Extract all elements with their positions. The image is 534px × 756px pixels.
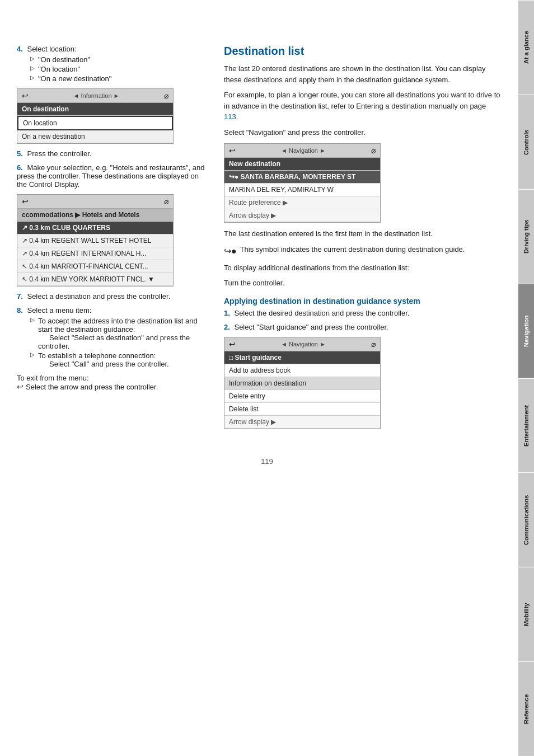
bullet-on-new-destination: "On a new destination": [30, 74, 207, 83]
screen-information-header: ↩ ◄ Information ► ⌀: [17, 89, 173, 103]
screen-row-regent-wall: ↗ 0.4 km REGENT WALL STREET HOTEL: [17, 234, 173, 247]
step-7-number: 7.: [17, 292, 23, 300]
screen-nav-route-pref: Route preference ▶: [224, 196, 380, 209]
screen-guidance-delete-entry: Delete entry: [224, 390, 380, 403]
screen-information-nav: ◄ Information ►: [73, 92, 120, 99]
screen-breadcrumb: ccommodations ▶ Hotels and Motels: [17, 209, 173, 222]
screen-row-marriott-financial: ↖ 0.4 km MARRIOTT-FINANCIAL CENT...: [17, 260, 173, 273]
screen-row-regent-intl: ↗ 0.4 km REGENT INTERNATIONAL H...: [17, 247, 173, 260]
para-2-end: .: [236, 112, 238, 121]
step-7-text: Select a destination and press the contr…: [27, 292, 170, 300]
sub-step-2-number: 2.: [224, 323, 230, 331]
screen-guidance-arrow-display: Arrow display ▶: [224, 416, 380, 429]
step-8-bullet-1-sub: Select "Select as destination" and press…: [38, 334, 190, 350]
guidance-back-icon: ↩: [229, 340, 236, 349]
settings-2-icon: ⌀: [164, 197, 168, 206]
step-8-bullet-2-sub: Select "Call" and press the controller.: [49, 360, 169, 368]
subsection-applying-destination: Applying destination in destination guid…: [224, 297, 502, 306]
sub-step-1-number: 1.: [224, 309, 230, 317]
exit-text-block: To exit from the menu: ↩ Select the arro…: [17, 374, 207, 391]
exit-action: Select the arrow and press the controlle…: [26, 383, 158, 391]
step-8-number: 8.: [17, 306, 23, 314]
page-number: 119: [0, 457, 534, 466]
symbol-note: ↪● This symbol indicates the current des…: [224, 244, 502, 258]
screen-nav-header: ↩ ◄ Navigation ► ⌀: [224, 144, 380, 158]
step-8: 8. Select a menu item: To accept the add…: [17, 306, 207, 368]
main-content: 4. Select location: "On destination" "On…: [0, 34, 518, 446]
section-title-destination-list: Destination list: [224, 45, 502, 58]
sidebar-tab-entertainment[interactable]: Entertainment: [518, 378, 534, 473]
step-6-number: 6.: [17, 163, 23, 172]
para-3: Select "Navigation" and press the contro…: [224, 127, 502, 138]
sidebar-tab-reference[interactable]: Reference: [518, 661, 534, 756]
exit-text: To exit from the menu:: [17, 374, 89, 382]
para-4: The last destination entered is the firs…: [224, 228, 502, 240]
bullet-on-destination: "On destination": [30, 55, 207, 64]
para-5-action: Turn the controller.: [224, 278, 502, 289]
left-column: 4. Select location: "On destination" "On…: [17, 45, 207, 435]
step-6-text: Make your selection, e.g. "Hotels and re…: [17, 163, 205, 189]
screen-nav-new-destination: New destination: [224, 158, 380, 171]
step-5-text: Press the controller.: [27, 149, 91, 158]
step-8-bullet-2: To establish a telephone connection: Sel…: [30, 351, 207, 368]
step-4-number: 4.: [17, 45, 23, 53]
guidance-settings-icon: ⌀: [371, 340, 376, 349]
para-5: To display additional destinations from …: [224, 262, 502, 274]
screen-navigation: ↩ ◄ Navigation ► ⌀ New destination ↪● SA…: [224, 143, 381, 223]
screen-row-on-destination: On destination: [17, 103, 173, 116]
screen-information: ↩ ◄ Information ► ⌀ On destination On lo…: [17, 88, 174, 144]
nav-settings-icon: ⌀: [371, 146, 376, 155]
screen-nav-arrow-display: Arrow display ▶: [224, 209, 380, 222]
screen-hotels: ↩ ⌀ ccommodations ▶ Hotels and Motels ↗ …: [17, 194, 174, 287]
sidebar-tab-navigation[interactable]: Navigation: [518, 284, 534, 378]
screen-nav-marina-del-rey: MARINA DEL REY, ADMIRALTY W: [224, 184, 380, 196]
para-2: For example, to plan a longer route, you…: [224, 90, 502, 123]
sidebar-tab-mobility[interactable]: Mobility: [518, 567, 534, 661]
step-5-number: 5.: [17, 149, 23, 158]
screen-guidance-delete-list: Delete list: [224, 403, 380, 416]
step-4-bullets: "On destination" "On location" "On a new…: [30, 55, 207, 83]
right-column: Destination list The last 20 entered des…: [224, 45, 502, 435]
screen-guidance-add-address: Add to address book: [224, 364, 380, 377]
screen-guidance-header: ↩ ◄ Navigation ► ⌀: [224, 337, 380, 351]
sidebar-tab-controls[interactable]: Controls: [518, 95, 534, 189]
step-5: 5. Press the controller.: [17, 149, 207, 158]
sidebar-tab-communications[interactable]: Communications: [518, 472, 534, 567]
settings-icon: ⌀: [164, 91, 168, 100]
back-arrow-2-icon: ↩: [22, 197, 29, 206]
screen-nav-label: ◄ Navigation ►: [281, 147, 326, 154]
step-8-bullet-1: To accept the address into the destinati…: [30, 317, 207, 350]
screen-row-on-new-destination: On a new destination: [17, 130, 173, 143]
step-4-text: Select location:: [27, 45, 76, 53]
step-8-bullets: To accept the address into the destinati…: [30, 317, 207, 368]
destination-symbol-icon: ↪●: [224, 245, 237, 258]
screen-row-on-location: On location: [17, 116, 173, 130]
screen-guidance-label: ◄ Navigation ►: [281, 341, 326, 348]
screen-guidance-info: Information on destination: [224, 377, 380, 390]
sub-step-2-text: Select "Start guidance" and press the co…: [234, 323, 388, 331]
step-4: 4. Select location: "On destination" "On…: [17, 45, 207, 83]
screen-row-marriott-fncl: ↖ 0.4 km NEW YORK MARRIOTT FNCL. ▼: [17, 273, 173, 286]
sidebar-tab-at-a-glance[interactable]: At a glance: [518, 0, 534, 95]
sub-step-1-text: Select the desired destination and press…: [234, 309, 409, 317]
para-2-text: For example, to plan a longer route, you…: [224, 91, 500, 110]
bullet-on-location: "On location": [30, 65, 207, 73]
screen-row-club-quarters: ↗ 0.3 km CLUB QUARTERS: [17, 222, 173, 234]
screen-nav-santa-barbara: ↪● SANTA BARBARA, MONTERREY ST: [224, 171, 380, 184]
nav-back-icon: ↩: [229, 146, 236, 155]
sub-step-2: 2. Select "Start guidance" and press the…: [224, 323, 502, 331]
sidebar: At a glance Controls Driving tips Naviga…: [518, 0, 534, 756]
exit-back-icon: ↩: [17, 382, 24, 391]
back-arrow-icon: ↩: [22, 91, 29, 100]
page-link-113[interactable]: 113: [224, 112, 236, 121]
sidebar-tab-driving-tips[interactable]: Driving tips: [518, 189, 534, 284]
step-7: 7. Select a destination and press the co…: [17, 292, 207, 300]
para-1: The last 20 entered destinations are sho…: [224, 63, 502, 85]
symbol-note-text: This symbol indicates the current destin…: [240, 244, 465, 255]
step-8-text: Select a menu item:: [27, 306, 91, 314]
screen-guidance-start: □ Start guidance: [224, 351, 380, 364]
screen-guidance: ↩ ◄ Navigation ► ⌀ □ Start guidance Add …: [224, 337, 381, 429]
sub-step-1: 1. Select the desired destination and pr…: [224, 309, 502, 317]
screen-hotels-header: ↩ ⌀: [17, 195, 173, 209]
step-6: 6. Make your selection, e.g. "Hotels and…: [17, 163, 207, 189]
